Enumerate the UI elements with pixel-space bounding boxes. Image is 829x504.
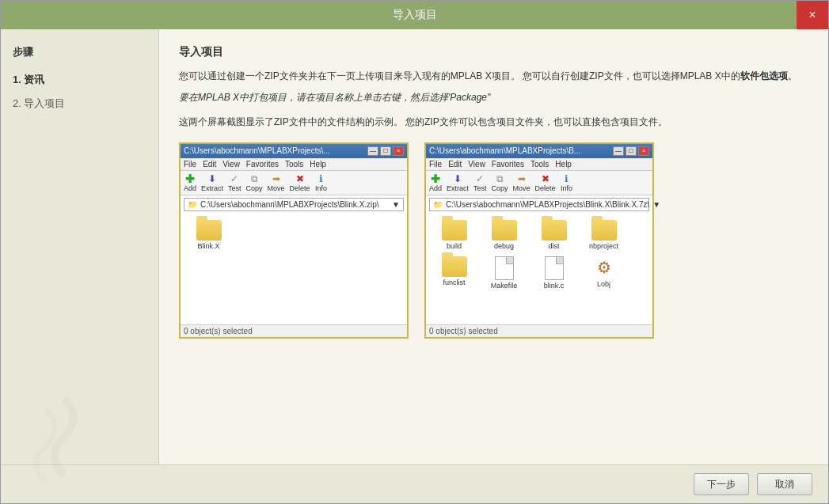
file-label: nbproject bbox=[589, 242, 618, 250]
extract-icon: ⬇ bbox=[206, 173, 219, 184]
folder-icon bbox=[492, 220, 517, 241]
next-button[interactable]: 下一步 bbox=[694, 473, 749, 495]
fm1-menu-edit[interactable]: Edit bbox=[203, 160, 216, 169]
copy-icon: ⧉ bbox=[493, 173, 506, 184]
fm1-toolbar: ✚ Add ⬇ Extract ✓ Test ⧉ bbox=[181, 171, 407, 195]
folder-icon bbox=[542, 220, 567, 241]
file-manager-window-1: C:\Users\abochmann\MPLABXProjects\... — … bbox=[179, 142, 409, 339]
file-label: build bbox=[447, 242, 462, 250]
fm1-menu-help[interactable]: Help bbox=[310, 160, 326, 169]
desc1-end: 。 bbox=[788, 70, 797, 81]
fm2-toolbar: ✚ Add ⬇ Extract ✓ Test ⧉ bbox=[426, 171, 652, 195]
list-item[interactable]: Blink.X bbox=[187, 220, 230, 250]
fm1-tool-add[interactable]: ✚ Add bbox=[184, 173, 196, 192]
fm1-tool-test[interactable]: ✓ Test bbox=[228, 173, 241, 192]
fm2-title: C:\Users\abochmann\MPLABXProjects\B... bbox=[429, 146, 613, 155]
main-title: 导入项目 bbox=[179, 45, 808, 59]
dialog-footer: 下一步 取消 bbox=[1, 464, 828, 503]
fm2-dropdown-icon[interactable]: ▼ bbox=[652, 200, 660, 209]
fm1-minimize[interactable]: — bbox=[367, 146, 378, 156]
fm1-close[interactable]: × bbox=[393, 146, 404, 156]
fm1-titlebar: C:\Users\abochmann\MPLABXProjects\... — … bbox=[181, 144, 407, 158]
extract-icon: ⬇ bbox=[451, 173, 464, 184]
fm1-tool-extract[interactable]: ⬇ Extract bbox=[201, 173, 223, 192]
path-icon: 📁 bbox=[433, 200, 443, 209]
fm2-path: C:\Users\abochmann\MPLABXProjects\Blink.… bbox=[446, 200, 649, 209]
fm1-tool-info[interactable]: ℹ Info bbox=[315, 173, 328, 192]
fm2-menu-view[interactable]: View bbox=[468, 160, 485, 169]
fm2-tool-test[interactable]: ✓ Test bbox=[473, 173, 487, 192]
fm2-tool-move[interactable]: ➡ Move bbox=[513, 173, 530, 192]
fm2-tool-extract[interactable]: ⬇ Extract bbox=[447, 173, 469, 192]
sidebar: 步骤 1. 资讯 2. 导入项目 bbox=[1, 29, 159, 464]
sidebar-item-1[interactable]: 1. 资讯 bbox=[13, 71, 146, 89]
fm2-tool-copy[interactable]: ⧉ Copy bbox=[492, 173, 508, 192]
delete-icon: ✖ bbox=[294, 173, 306, 184]
watermark bbox=[17, 389, 112, 464]
desc1-text: 您可以通过创建一个ZIP文件夹并在下一页上传项目来导入现有的MPLAB X项目。… bbox=[179, 70, 740, 81]
list-item[interactable]: debug bbox=[482, 220, 526, 250]
fm2-statusbar: 0 object(s) selected bbox=[426, 324, 652, 337]
description-3: 这两个屏幕截图显示了ZIP文件中的文件结构的示例。 您的ZIP文件可以包含项目文… bbox=[179, 115, 808, 130]
file-manager-window-2: C:\Users\abochmann\MPLABXProjects\B... —… bbox=[424, 142, 654, 339]
copy-icon: ⧉ bbox=[248, 173, 260, 184]
fm2-close[interactable]: × bbox=[638, 146, 649, 156]
folder-icon bbox=[442, 220, 467, 241]
list-item[interactable]: funclist bbox=[432, 256, 476, 290]
list-item[interactable]: dist bbox=[532, 220, 576, 250]
file-label: debug bbox=[494, 242, 514, 250]
fm2-minimize[interactable]: — bbox=[613, 146, 624, 156]
fm1-dropdown-icon[interactable]: ▼ bbox=[392, 200, 400, 209]
import-project-dialog: 导入项目 × 步骤 1. 资讯 2. 导入项目 导入项目 您可以通过创建一个ZI… bbox=[0, 0, 829, 504]
fm2-menu-tools[interactable]: Tools bbox=[530, 160, 549, 169]
fm1-menu-file[interactable]: File bbox=[184, 160, 196, 169]
folder-icon bbox=[442, 256, 467, 277]
list-item[interactable]: nbproject bbox=[582, 220, 626, 250]
fm1-path: C:\Users\abochmann\MPLABXProjects\Blink.… bbox=[200, 200, 379, 209]
fm2-menu-favorites[interactable]: Favorites bbox=[492, 160, 524, 169]
fm1-winbtns: — □ × bbox=[367, 146, 404, 156]
file-label: Blink.X bbox=[197, 242, 219, 250]
fm1-title: C:\Users\abochmann\MPLABXProjects\... bbox=[184, 146, 367, 155]
info-icon: ℹ bbox=[315, 173, 328, 184]
add-icon: ✚ bbox=[184, 173, 196, 184]
list-item[interactable]: Makefile bbox=[482, 256, 526, 290]
main-content: 导入项目 您可以通过创建一个ZIP文件夹并在下一页上传项目来导入现有的MPLAB… bbox=[159, 29, 828, 464]
sidebar-heading: 步骤 bbox=[13, 45, 146, 59]
move-icon: ➡ bbox=[515, 173, 528, 184]
info-icon: ℹ bbox=[561, 173, 573, 184]
screenshots-row: C:\Users\abochmann\MPLABXProjects\... — … bbox=[179, 142, 808, 339]
fm1-pathbar: 📁 C:\Users\abochmann\MPLABXProjects\Blin… bbox=[184, 198, 404, 211]
file-icon bbox=[495, 256, 514, 280]
fm1-menu-view[interactable]: View bbox=[222, 160, 240, 169]
fm1-menu-favorites[interactable]: Favorites bbox=[246, 160, 279, 169]
fm1-tool-move[interactable]: ➡ Move bbox=[268, 173, 285, 192]
file-label: funclist bbox=[443, 279, 465, 286]
fm2-menu-help[interactable]: Help bbox=[555, 160, 572, 169]
fm2-maximize[interactable]: □ bbox=[626, 146, 637, 156]
close-button[interactable]: × bbox=[797, 1, 828, 29]
folder-icon bbox=[591, 220, 617, 241]
fm1-menu-tools[interactable]: Tools bbox=[285, 160, 303, 169]
test-icon: ✓ bbox=[228, 173, 241, 184]
fm2-tool-add[interactable]: ✚ Add bbox=[429, 173, 442, 192]
fm2-file-area: build debug dist nbproject bbox=[426, 214, 652, 324]
fm2-menu-edit[interactable]: Edit bbox=[448, 160, 462, 169]
fm1-maximize[interactable]: □ bbox=[380, 146, 391, 156]
fm2-menu-file[interactable]: File bbox=[429, 160, 442, 169]
fm1-tool-delete[interactable]: ✖ Delete bbox=[290, 173, 310, 192]
fm2-tool-info[interactable]: ℹ Info bbox=[561, 173, 573, 192]
list-item[interactable]: ⚙ Lobj bbox=[582, 256, 626, 290]
fm2-titlebar: C:\Users\abochmann\MPLABXProjects\B... —… bbox=[426, 144, 652, 158]
list-item[interactable]: blink.c bbox=[532, 256, 576, 290]
move-icon: ➡ bbox=[270, 173, 283, 184]
list-item[interactable]: build bbox=[432, 220, 476, 250]
path-icon: 📁 bbox=[188, 200, 197, 209]
file-label: dist bbox=[548, 242, 559, 250]
sidebar-item-2[interactable]: 2. 导入项目 bbox=[13, 95, 146, 112]
fm2-tool-delete[interactable]: ✖ Delete bbox=[535, 173, 556, 192]
cancel-button[interactable]: 取消 bbox=[757, 473, 812, 495]
fm2-menubar: File Edit View Favorites Tools Help bbox=[426, 158, 652, 171]
description-2: 要在MPLAB X中打包项目，请在项目名称上单击右键，然后选择'Package" bbox=[179, 90, 808, 105]
fm1-tool-copy[interactable]: ⧉ Copy bbox=[246, 173, 263, 192]
